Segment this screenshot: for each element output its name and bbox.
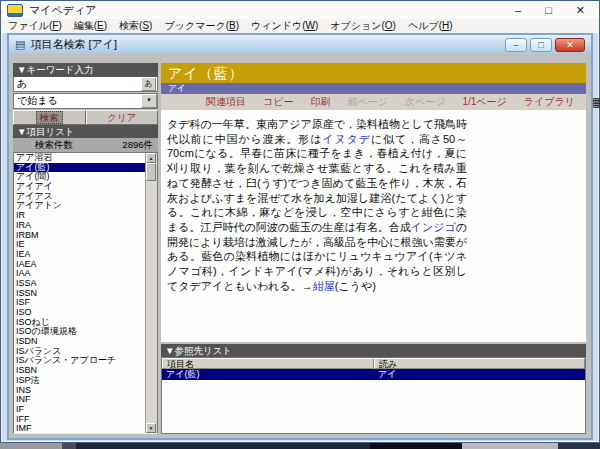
entry-list-item[interactable]: INF bbox=[14, 395, 146, 405]
match-mode-select[interactable]: で始まる ▼ bbox=[13, 93, 158, 109]
search-button[interactable]: 検索 bbox=[13, 110, 86, 125]
entry-list-item[interactable]: ISSA bbox=[14, 279, 146, 289]
reference-table: 項目名 読み アイ(藍) アイ bbox=[161, 357, 586, 434]
main-titlebar: マイペディア – □ ✕ bbox=[1, 1, 599, 19]
entry-list-item[interactable]: IMF bbox=[14, 424, 146, 434]
entry-list-item[interactable]: ISOの環境規格 bbox=[14, 327, 146, 337]
entry-list-item[interactable]: IFF bbox=[14, 415, 146, 425]
entry-list-item[interactable]: ISP法 bbox=[14, 376, 146, 386]
entry-list-item[interactable]: ISDN bbox=[14, 337, 146, 347]
reference-rows: アイ(藍) アイ bbox=[162, 369, 585, 380]
article-content: タデ科の一年草。東南アジア原産で，染料植物として飛鳥時代以前に中国から渡来。形は… bbox=[161, 110, 586, 342]
match-mode-value: で始まる bbox=[14, 94, 141, 108]
keyword-input-header: ▼キーワード入力 bbox=[13, 63, 158, 76]
taskbar-strip bbox=[0, 443, 600, 449]
document-icon: ▤ bbox=[15, 39, 25, 50]
entry-list-item[interactable]: IRA bbox=[14, 221, 146, 231]
entry-list-item[interactable]: INS bbox=[14, 386, 146, 396]
entry-list-item[interactable]: IE bbox=[14, 240, 146, 250]
article-body: タデ科の一年草。東南アジア原産で，染料植物として飛鳥時代以前に中国から渡来。形は… bbox=[167, 117, 467, 293]
body-text: に似て，高さ50～70cmになる。早春に苗床に種子をまき，春植え付け，夏に刈り取… bbox=[167, 133, 467, 233]
menu-item[interactable]: ブックマーク(B) bbox=[164, 19, 239, 33]
entry-list: アア溶岩アイ(藍)アイ(間)アイアイアイアスアイアトンIRIRAIRBMIEIE… bbox=[14, 153, 146, 433]
entry-list-item[interactable]: IR bbox=[14, 211, 146, 221]
menubar: ファイル(F)編集(E)検索(S)ブックマーク(B)ウィンドウ(W)オプション(… bbox=[1, 19, 599, 32]
article-toolbar: 関連項目コピー印刷前ページ次ページ1/1ページライブラリ ▦ bbox=[161, 94, 586, 110]
result-count-label: 検索件数 bbox=[35, 139, 73, 152]
body-link[interactable]: 紺屋 bbox=[313, 280, 335, 292]
child-body: ▼キーワード入力 あ あ で始まる ▼ 検索 クリア ▼項目リスト bbox=[9, 54, 591, 438]
entry-list-item[interactable]: ISBN bbox=[14, 366, 146, 376]
entry-list-item[interactable]: アイアイ bbox=[14, 182, 146, 192]
body-link[interactable]: インジゴ bbox=[411, 221, 456, 233]
search-window: ▤ 項目名検索 [アイ] – □ ✕ ▼キーワード入力 あ あ bbox=[7, 33, 593, 440]
reference-col-reading[interactable]: 読み bbox=[374, 358, 585, 369]
article-title: アイ（藍） bbox=[161, 63, 586, 83]
sidebar: ▼キーワード入力 あ あ で始まる ▼ 検索 クリア ▼項目リスト bbox=[13, 63, 158, 434]
toolbar-item[interactable]: ライブラリ bbox=[524, 95, 575, 109]
chevron-down-icon[interactable]: ▼ bbox=[141, 94, 157, 108]
entry-list-item[interactable]: IF bbox=[14, 405, 146, 415]
entry-list-scrollbar[interactable]: ▲ ▼ bbox=[145, 153, 157, 433]
main-window: マイペディア – □ ✕ ファイル(F)編集(E)検索(S)ブックマーク(B)ウ… bbox=[0, 0, 600, 443]
entry-list-item[interactable]: ISバランス・アプローチ bbox=[14, 356, 146, 366]
app-icon bbox=[7, 4, 23, 17]
minimize-button[interactable]: – bbox=[515, 3, 521, 17]
toolbar-item[interactable]: 関連項目 bbox=[206, 95, 246, 109]
toolbar-item: 次ページ bbox=[405, 95, 445, 109]
result-count-value: 2896件 bbox=[122, 139, 153, 152]
reference-row[interactable]: アイ(藍) アイ bbox=[162, 369, 585, 380]
keyword-input[interactable]: あ あ bbox=[13, 76, 158, 92]
entry-list-item[interactable]: ISバランス bbox=[14, 347, 146, 357]
menu-item[interactable]: 検索(S) bbox=[119, 19, 152, 33]
toolbar-item[interactable]: 印刷 bbox=[310, 95, 330, 109]
child-close-button[interactable]: ✕ bbox=[555, 38, 585, 52]
reference-section: ▼参照先リスト 項目名 読み アイ(藍) アイ bbox=[161, 344, 586, 434]
entry-list-item[interactable]: IAEA bbox=[14, 260, 146, 270]
entry-list-item[interactable]: IEA bbox=[14, 250, 146, 260]
entry-listbox: アア溶岩アイ(藍)アイ(間)アイアイアイアスアイアトンIRIRAIRBMIEIE… bbox=[13, 152, 158, 434]
entry-list-item[interactable]: アイアトン bbox=[14, 201, 146, 211]
child-title: 項目名検索 [アイ] bbox=[30, 37, 117, 52]
article-panel: アイ（藍） アイ 関連項目コピー印刷前ページ次ページ1/1ページライブラリ ▦ … bbox=[161, 63, 586, 434]
close-button[interactable]: ✕ bbox=[576, 3, 585, 17]
toolbar-item: 前ページ bbox=[347, 95, 387, 109]
entry-list-item[interactable]: ISF bbox=[14, 298, 146, 308]
entry-list-item[interactable]: IRBM bbox=[14, 231, 146, 241]
kana-mode-button[interactable]: あ bbox=[141, 77, 156, 91]
entry-list-item[interactable]: アイアス bbox=[14, 192, 146, 202]
entry-list-header: ▼項目リスト bbox=[13, 125, 158, 138]
scroll-up-icon[interactable]: ▲ bbox=[146, 153, 156, 163]
grid-view-icon[interactable]: ▦ bbox=[592, 96, 600, 108]
app-title: マイペディア bbox=[29, 3, 97, 18]
body-link[interactable]: イヌタデ bbox=[322, 133, 371, 145]
toolbar-item[interactable]: 1/1ページ bbox=[462, 95, 506, 109]
child-minimize-button[interactable]: – bbox=[505, 38, 527, 52]
menu-item[interactable]: オプション(O) bbox=[330, 19, 396, 33]
menu-item[interactable]: 編集(E) bbox=[74, 19, 107, 33]
reference-list-header: ▼参照先リスト bbox=[161, 344, 586, 357]
menu-item[interactable]: ファイル(F) bbox=[8, 19, 62, 33]
keyword-value[interactable]: あ bbox=[14, 77, 141, 91]
result-count-row: 検索件数 2896件 bbox=[13, 138, 158, 152]
child-titlebar: ▤ 項目名検索 [アイ] – □ ✕ bbox=[9, 35, 591, 54]
reference-col-name[interactable]: 項目名 bbox=[162, 358, 374, 369]
entry-list-item[interactable]: ISOねじ bbox=[14, 318, 146, 328]
article-reading: アイ bbox=[161, 83, 586, 94]
scroll-down-icon[interactable]: ▼ bbox=[146, 423, 156, 433]
entry-list-item[interactable]: アア溶岩 bbox=[14, 153, 146, 163]
entry-list-item[interactable]: アイ(間) bbox=[14, 172, 146, 182]
clear-button[interactable]: クリア bbox=[86, 110, 159, 125]
body-text: (こうや) bbox=[335, 280, 376, 292]
entry-list-item[interactable]: IAA bbox=[14, 269, 146, 279]
menu-item[interactable]: ヘルプ(H) bbox=[408, 19, 453, 33]
scrollbar-thumb[interactable] bbox=[146, 163, 156, 181]
maximize-button[interactable]: □ bbox=[545, 3, 552, 17]
menu-item[interactable]: ウィンドウ(W) bbox=[251, 19, 318, 33]
entry-list-item[interactable]: ISSN bbox=[14, 289, 146, 299]
entry-list-item[interactable]: ISO bbox=[14, 308, 146, 318]
child-maximize-button[interactable]: □ bbox=[530, 38, 552, 52]
toolbar-item[interactable]: コピー bbox=[263, 95, 293, 109]
mdi-area: ▤ 項目名検索 [アイ] – □ ✕ ▼キーワード入力 あ あ bbox=[2, 33, 598, 441]
entry-list-item[interactable]: アイ(藍) bbox=[14, 163, 146, 173]
